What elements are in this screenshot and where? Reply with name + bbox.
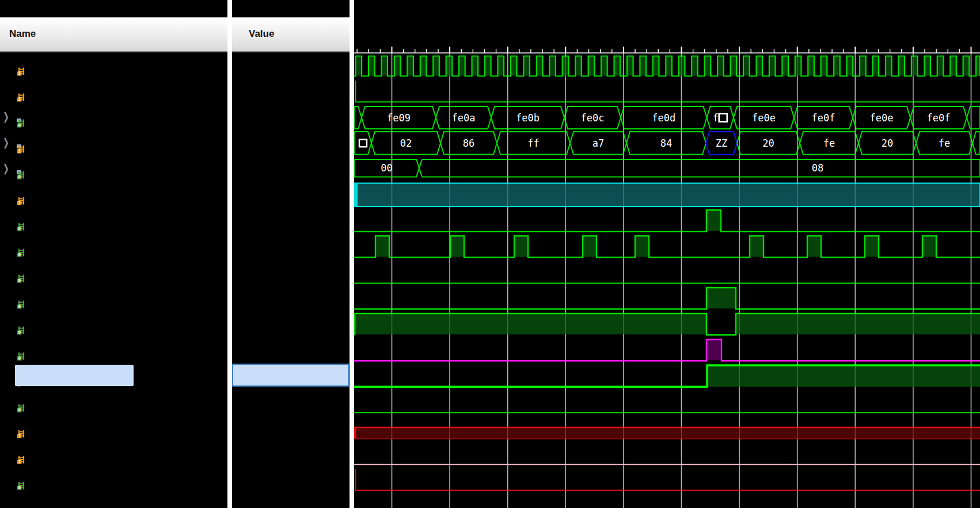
wave-cpu_data_i[7:0]: 0286ffa784ZZ20fe20fe <box>354 132 980 155</box>
svg-text:fe0b: fe0b <box>516 112 540 124</box>
signal-row-cpu_state_o[5:0][interactable]: ❯0 <box>0 155 227 181</box>
svg-text:0: 0 <box>18 330 21 335</box>
output-signal-icon: 0 <box>17 293 26 302</box>
value-row-boot_rom_select[interactable] <box>232 311 350 337</box>
output-signal-icon: 0 <box>17 396 26 406</box>
svg-text:0: 0 <box>18 304 21 309</box>
wave-cpu_addr_o[15:0]: fe09fe0afe0bfe0cfe0dffe0efe0ffe0efe0f <box>354 106 980 129</box>
svg-text:00: 00 <box>381 162 392 174</box>
svg-text:02: 02 <box>400 137 412 149</box>
value-row-main_io_select[interactable] <box>232 285 350 311</box>
bus-output-signal-icon: 0 <box>17 163 26 173</box>
svg-text:ff: ff <box>527 137 539 149</box>
name-value-splitter[interactable] <box>227 0 232 508</box>
svg-text:0: 0 <box>18 356 21 361</box>
bus-output-signal-icon: 0 <box>17 112 26 121</box>
value-row-cpu_we_o[interactable] <box>232 207 350 233</box>
svg-text:08: 08 <box>812 162 823 174</box>
signal-row-timer_irq[interactable]: 0 <box>0 466 227 492</box>
wave-cpu_clk <box>354 56 980 77</box>
value-row-write_fd02[interactable] <box>232 337 350 362</box>
wave-cpu_we_o <box>354 210 980 231</box>
signal-row-mode_sw[interactable]: I <box>0 414 227 440</box>
svg-text:20: 20 <box>882 137 893 149</box>
output-signal-icon: 0 <box>17 345 26 354</box>
selected-value-highlight <box>232 364 349 387</box>
value-row-timer_mask[interactable] <box>232 362 350 388</box>
value-row-cpu_data_i[7:0][interactable] <box>232 129 350 155</box>
value-wave-splitter[interactable] <box>350 0 354 508</box>
value-row-c2ms_clk[interactable] <box>232 440 350 466</box>
name-column-header[interactable]: Name <box>0 17 227 52</box>
svg-text:I: I <box>18 148 21 154</box>
value-row-cpu_clk[interactable] <box>232 52 350 78</box>
value-row-cpu_addr_o[15:0][interactable] <box>232 104 350 129</box>
input-signal-icon: I <box>17 86 26 95</box>
signal-row-cpu_oe_o[interactable]: 0 <box>0 233 227 259</box>
svg-text:0: 0 <box>18 174 21 179</box>
value-column-header[interactable]: Value <box>232 17 350 52</box>
signal-row-boot_rom_select[interactable]: 0 <box>0 311 227 337</box>
svg-text:fe: fe <box>939 137 950 149</box>
selected-row-highlight <box>15 365 134 386</box>
value-row-cpu_reset[interactable] <box>232 78 350 104</box>
value-row-read_fd03[interactable] <box>232 388 350 414</box>
svg-text:20: 20 <box>762 137 774 149</box>
svg-text:I: I <box>18 200 21 205</box>
svg-text:fe0d: fe0d <box>652 112 675 124</box>
output-signal-icon: 0 <box>17 267 26 276</box>
signal-row-main_io_select[interactable]: 0 <box>0 285 227 311</box>
svg-text:ZZ: ZZ <box>716 137 727 149</box>
signal-row-timer_mask[interactable]: v <box>0 362 227 388</box>
wave-main_io_select <box>354 288 980 309</box>
signal-row-read_fd03[interactable]: 0 <box>0 388 227 414</box>
output-signal-icon: 0 <box>17 319 26 328</box>
svg-text:0: 0 <box>18 407 21 412</box>
svg-text:86: 86 <box>463 137 474 149</box>
signal-row-cpu_we_o[interactable]: 0 <box>0 207 227 233</box>
value-row-timer_irq[interactable] <box>232 466 350 492</box>
bus-input-signal-icon: I <box>17 137 26 147</box>
svg-text:fe: fe <box>823 137 835 149</box>
output-signal-icon: 0 <box>17 215 26 224</box>
svg-text:I: I <box>18 71 21 76</box>
svg-text:0: 0 <box>18 123 21 128</box>
wave-boot_rom_select <box>355 314 980 335</box>
signal-row-write_fd02[interactable]: 0 <box>0 337 227 362</box>
svg-text:0: 0 <box>18 278 21 283</box>
svg-text:fe0a: fe0a <box>452 112 476 124</box>
wave-cpu_reset <box>356 81 980 102</box>
signal-names-panel: Name II❯0❯I❯0I000000v0II0 <box>0 0 227 508</box>
svg-text:a7: a7 <box>592 137 604 149</box>
signal-row-cpu_clk[interactable]: I <box>0 52 227 78</box>
svg-text:0: 0 <box>18 252 21 257</box>
value-row-main_ram_select[interactable] <box>232 259 350 285</box>
time-axis <box>354 47 980 53</box>
waveform-panel[interactable]: fe09fe0afe0bfe0cfe0dffe0efe0ffe0efe0f028… <box>354 0 980 508</box>
svg-text:I: I <box>18 97 21 102</box>
svg-text:0: 0 <box>18 485 21 490</box>
svg-text:f: f <box>713 112 719 124</box>
value-row-cpu_irq_n[interactable] <box>232 181 350 207</box>
signal-values-panel: Value <box>232 0 350 508</box>
signal-row-main_ram_select[interactable]: 0 <box>0 259 227 285</box>
svg-text:fe09: fe09 <box>387 112 411 124</box>
signal-row-cpu_reset[interactable]: I <box>0 78 227 104</box>
wave-mode_sw <box>354 427 980 439</box>
input-signal-icon: I <box>17 422 26 431</box>
output-signal-icon: 0 <box>17 474 26 483</box>
value-row-cpu_state_o[5:0][interactable] <box>232 155 350 181</box>
input-signal-icon: I <box>17 189 26 198</box>
value-row-cpu_oe_o[interactable] <box>232 233 350 259</box>
signal-row-c2ms_clk[interactable]: I <box>0 440 227 466</box>
svg-text:0: 0 <box>18 226 21 231</box>
name-column-label: Name <box>0 28 36 39</box>
signal-row-cpu_irq_n[interactable]: I <box>0 181 227 207</box>
signal-row-cpu_data_i[7:0][interactable]: ❯I <box>0 129 227 155</box>
wave-timer_irq <box>356 469 980 490</box>
value-row-mode_sw[interactable] <box>232 414 350 440</box>
signal-row-cpu_addr_o[15:0][interactable]: ❯0 <box>0 104 227 129</box>
wave-cpu_state_o[5:0]: 0008 <box>354 159 980 177</box>
wave-cpu_irq_n <box>354 184 980 207</box>
svg-text:84: 84 <box>660 137 672 149</box>
